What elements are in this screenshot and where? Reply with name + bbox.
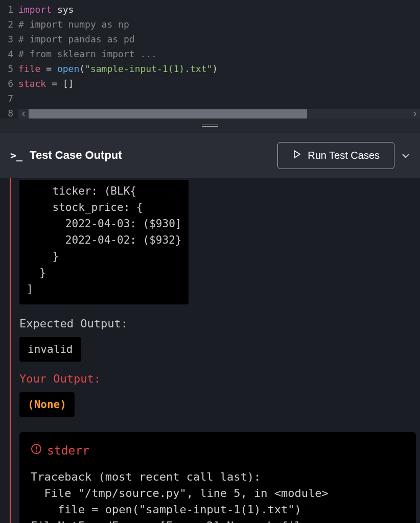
code-line[interactable]: # import pandas as pd xyxy=(18,32,420,46)
code-area[interactable]: import sys # import numpy as np # import… xyxy=(18,0,420,118)
line-number: 4 xyxy=(0,46,18,61)
scroll-left-arrow-icon[interactable] xyxy=(18,109,29,118)
your-output-label: Your Output: xyxy=(19,371,416,387)
warning-icon xyxy=(31,442,42,459)
line-number: 7 xyxy=(0,91,18,106)
line-number: 6 xyxy=(0,76,18,91)
stderr-header: stderr xyxy=(31,442,405,459)
expected-output-label: Expected Output: xyxy=(19,316,416,332)
output-title-group: >_ Test Case Output xyxy=(10,149,122,162)
fail-indicator-bar xyxy=(10,178,11,523)
stderr-text: Traceback (most recent call last): File … xyxy=(31,469,405,523)
line-number: 8 xyxy=(0,106,18,121)
code-line[interactable]: # import numpy as np xyxy=(18,17,420,32)
output-panel-body: ticker: (BLK{ stock_price: { 2022-04-03:… xyxy=(0,178,420,523)
play-icon xyxy=(292,150,301,161)
line-number: 2 xyxy=(0,17,18,32)
line-number: 3 xyxy=(0,32,18,46)
code-editor[interactable]: 1 2 3 4 5 6 7 8 import sys # import nump… xyxy=(0,0,420,118)
code-line[interactable]: file = open("sample-input-1(1).txt") xyxy=(18,61,420,76)
line-number: 5 xyxy=(0,61,18,76)
run-button-label: Run Test Cases xyxy=(308,150,380,161)
stderr-label: stderr xyxy=(47,442,89,459)
sample-input-block: ticker: (BLK{ stock_price: { 2022-04-03:… xyxy=(19,180,189,304)
scrollbar-thumb[interactable] xyxy=(29,109,307,118)
run-test-cases-button[interactable]: Run Test Cases xyxy=(277,142,394,169)
code-line[interactable]: import sys xyxy=(18,2,420,17)
code-line[interactable]: # from sklearn import ... xyxy=(18,46,420,61)
expected-output-value: invalid xyxy=(19,337,81,362)
scrollbar-track[interactable] xyxy=(29,109,410,118)
chevron-down-icon[interactable] xyxy=(402,151,410,160)
stderr-block: stderr Traceback (most recent call last)… xyxy=(19,432,416,523)
your-output-value: (None) xyxy=(19,392,75,417)
terminal-prompt-icon: >_ xyxy=(10,149,22,161)
line-number: 1 xyxy=(0,2,18,17)
run-button-group: Run Test Cases xyxy=(277,142,410,169)
line-gutter: 1 2 3 4 5 6 7 8 xyxy=(0,0,18,118)
panel-splitter[interactable] xyxy=(0,118,420,133)
horizontal-scrollbar[interactable] xyxy=(18,109,420,118)
svg-point-2 xyxy=(36,450,37,451)
scroll-right-arrow-icon[interactable] xyxy=(410,109,420,118)
code-line[interactable]: stack = [] xyxy=(18,76,420,91)
output-panel-title: Test Case Output xyxy=(30,149,122,162)
output-panel-header: >_ Test Case Output Run Test Cases xyxy=(0,133,420,178)
drag-handle-icon[interactable] xyxy=(202,125,218,127)
